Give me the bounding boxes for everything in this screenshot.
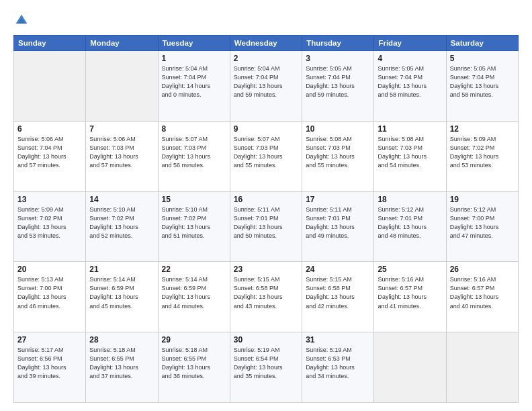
weekday-header-monday: Monday — [86, 36, 158, 51]
day-cell: 27Sunrise: 5:17 AM Sunset: 6:56 PM Dayli… — [14, 332, 86, 403]
day-number: 22 — [162, 265, 226, 274]
calendar-header: SundayMondayTuesdayWednesdayThursdayFrid… — [14, 36, 519, 51]
day-cell: 3Sunrise: 5:05 AM Sunset: 7:04 PM Daylig… — [302, 51, 374, 122]
day-cell: 11Sunrise: 5:08 AM Sunset: 7:03 PM Dayli… — [374, 121, 446, 191]
day-cell — [374, 332, 446, 403]
day-number: 1 — [162, 54, 226, 63]
calendar-body: 1Sunrise: 5:04 AM Sunset: 7:04 PM Daylig… — [14, 51, 519, 403]
week-row-1: 1Sunrise: 5:04 AM Sunset: 7:04 PM Daylig… — [14, 51, 519, 122]
day-cell — [14, 51, 86, 122]
day-number: 29 — [162, 335, 226, 345]
day-info: Sunrise: 5:04 AM Sunset: 7:04 PM Dayligh… — [234, 64, 298, 99]
day-cell: 10Sunrise: 5:08 AM Sunset: 7:03 PM Dayli… — [302, 121, 374, 191]
day-number: 27 — [17, 335, 82, 345]
day-cell: 23Sunrise: 5:15 AM Sunset: 6:58 PM Dayli… — [230, 262, 302, 332]
day-number: 10 — [306, 124, 370, 134]
weekday-header-saturday: Saturday — [446, 36, 518, 51]
day-cell: 16Sunrise: 5:11 AM Sunset: 7:01 PM Dayli… — [230, 191, 302, 262]
logo-icon — [13, 12, 30, 28]
day-cell — [86, 51, 158, 122]
week-row-5: 27Sunrise: 5:17 AM Sunset: 6:56 PM Dayli… — [14, 332, 519, 403]
day-cell: 6Sunrise: 5:06 AM Sunset: 7:04 PM Daylig… — [14, 121, 86, 191]
day-info: Sunrise: 5:16 AM Sunset: 6:57 PM Dayligh… — [378, 275, 442, 310]
day-info: Sunrise: 5:08 AM Sunset: 7:03 PM Dayligh… — [378, 135, 442, 170]
calendar-table: SundayMondayTuesdayWednesdayThursdayFrid… — [13, 35, 519, 403]
weekday-header-friday: Friday — [374, 36, 446, 51]
day-number: 16 — [234, 195, 298, 204]
day-info: Sunrise: 5:06 AM Sunset: 7:03 PM Dayligh… — [89, 135, 154, 170]
day-number: 26 — [450, 265, 515, 274]
day-info: Sunrise: 5:05 AM Sunset: 7:04 PM Dayligh… — [306, 64, 370, 99]
day-info: Sunrise: 5:19 AM Sunset: 6:54 PM Dayligh… — [234, 346, 298, 381]
day-cell: 31Sunrise: 5:19 AM Sunset: 6:53 PM Dayli… — [302, 332, 374, 403]
day-number: 3 — [306, 54, 370, 63]
day-info: Sunrise: 5:17 AM Sunset: 6:56 PM Dayligh… — [17, 346, 82, 381]
day-cell: 9Sunrise: 5:07 AM Sunset: 7:03 PM Daylig… — [230, 121, 302, 191]
day-info: Sunrise: 5:10 AM Sunset: 7:02 PM Dayligh… — [162, 205, 226, 240]
day-info: Sunrise: 5:14 AM Sunset: 6:59 PM Dayligh… — [89, 275, 154, 310]
day-info: Sunrise: 5:15 AM Sunset: 6:58 PM Dayligh… — [306, 275, 370, 310]
day-info: Sunrise: 5:04 AM Sunset: 7:04 PM Dayligh… — [162, 64, 226, 99]
day-number: 30 — [234, 335, 298, 345]
day-cell: 1Sunrise: 5:04 AM Sunset: 7:04 PM Daylig… — [158, 51, 230, 122]
page: SundayMondayTuesdayWednesdayThursdayFrid… — [0, 0, 532, 411]
day-cell: 26Sunrise: 5:16 AM Sunset: 6:57 PM Dayli… — [446, 262, 518, 332]
logo — [13, 12, 32, 28]
day-info: Sunrise: 5:10 AM Sunset: 7:02 PM Dayligh… — [89, 205, 154, 240]
day-cell: 29Sunrise: 5:18 AM Sunset: 6:55 PM Dayli… — [158, 332, 230, 403]
day-number: 15 — [162, 195, 226, 204]
day-cell: 8Sunrise: 5:07 AM Sunset: 7:03 PM Daylig… — [158, 121, 230, 191]
day-info: Sunrise: 5:05 AM Sunset: 7:04 PM Dayligh… — [378, 64, 442, 99]
day-number: 2 — [234, 54, 298, 63]
day-number: 21 — [89, 265, 154, 274]
day-info: Sunrise: 5:07 AM Sunset: 7:03 PM Dayligh… — [234, 135, 298, 170]
day-info: Sunrise: 5:11 AM Sunset: 7:01 PM Dayligh… — [306, 205, 370, 240]
day-info: Sunrise: 5:07 AM Sunset: 7:03 PM Dayligh… — [162, 135, 226, 170]
day-info: Sunrise: 5:09 AM Sunset: 7:02 PM Dayligh… — [450, 135, 515, 170]
day-cell: 15Sunrise: 5:10 AM Sunset: 7:02 PM Dayli… — [158, 191, 230, 262]
day-cell: 13Sunrise: 5:09 AM Sunset: 7:02 PM Dayli… — [14, 191, 86, 262]
day-info: Sunrise: 5:06 AM Sunset: 7:04 PM Dayligh… — [17, 135, 82, 170]
day-info: Sunrise: 5:14 AM Sunset: 6:59 PM Dayligh… — [162, 275, 226, 310]
day-info: Sunrise: 5:09 AM Sunset: 7:02 PM Dayligh… — [17, 205, 82, 240]
day-number: 12 — [450, 124, 515, 134]
day-info: Sunrise: 5:18 AM Sunset: 6:55 PM Dayligh… — [162, 346, 226, 381]
day-number: 11 — [378, 124, 442, 134]
day-cell: 18Sunrise: 5:12 AM Sunset: 7:01 PM Dayli… — [374, 191, 446, 262]
day-number: 23 — [234, 265, 298, 274]
week-row-3: 13Sunrise: 5:09 AM Sunset: 7:02 PM Dayli… — [14, 191, 519, 262]
day-number: 28 — [89, 335, 154, 345]
day-cell: 21Sunrise: 5:14 AM Sunset: 6:59 PM Dayli… — [86, 262, 158, 332]
day-number: 19 — [450, 195, 515, 204]
week-row-4: 20Sunrise: 5:13 AM Sunset: 7:00 PM Dayli… — [14, 262, 519, 332]
day-cell: 30Sunrise: 5:19 AM Sunset: 6:54 PM Dayli… — [230, 332, 302, 403]
day-cell: 2Sunrise: 5:04 AM Sunset: 7:04 PM Daylig… — [230, 51, 302, 122]
day-number: 24 — [306, 265, 370, 274]
day-info: Sunrise: 5:11 AM Sunset: 7:01 PM Dayligh… — [234, 205, 298, 240]
day-cell: 25Sunrise: 5:16 AM Sunset: 6:57 PM Dayli… — [374, 262, 446, 332]
day-number: 20 — [17, 265, 82, 274]
day-info: Sunrise: 5:15 AM Sunset: 6:58 PM Dayligh… — [234, 275, 298, 310]
day-info: Sunrise: 5:12 AM Sunset: 7:01 PM Dayligh… — [378, 205, 442, 240]
day-number: 5 — [450, 54, 515, 63]
day-number: 14 — [89, 195, 154, 204]
day-number: 18 — [378, 195, 442, 204]
day-cell: 22Sunrise: 5:14 AM Sunset: 6:59 PM Dayli… — [158, 262, 230, 332]
day-cell: 19Sunrise: 5:12 AM Sunset: 7:00 PM Dayli… — [446, 191, 518, 262]
day-number: 13 — [17, 195, 82, 204]
day-number: 25 — [378, 265, 442, 274]
day-cell — [446, 332, 518, 403]
day-cell: 4Sunrise: 5:05 AM Sunset: 7:04 PM Daylig… — [374, 51, 446, 122]
day-cell: 5Sunrise: 5:05 AM Sunset: 7:04 PM Daylig… — [446, 51, 518, 122]
day-number: 31 — [306, 335, 370, 345]
day-cell: 14Sunrise: 5:10 AM Sunset: 7:02 PM Dayli… — [86, 191, 158, 262]
day-info: Sunrise: 5:05 AM Sunset: 7:04 PM Dayligh… — [450, 64, 515, 99]
weekday-header-thursday: Thursday — [302, 36, 374, 51]
day-cell: 12Sunrise: 5:09 AM Sunset: 7:02 PM Dayli… — [446, 121, 518, 191]
weekday-header-tuesday: Tuesday — [158, 36, 230, 51]
day-cell: 7Sunrise: 5:06 AM Sunset: 7:03 PM Daylig… — [86, 121, 158, 191]
day-info: Sunrise: 5:18 AM Sunset: 6:55 PM Dayligh… — [89, 346, 154, 381]
weekday-row: SundayMondayTuesdayWednesdayThursdayFrid… — [14, 36, 519, 51]
day-cell: 17Sunrise: 5:11 AM Sunset: 7:01 PM Dayli… — [302, 191, 374, 262]
day-number: 7 — [89, 124, 154, 134]
